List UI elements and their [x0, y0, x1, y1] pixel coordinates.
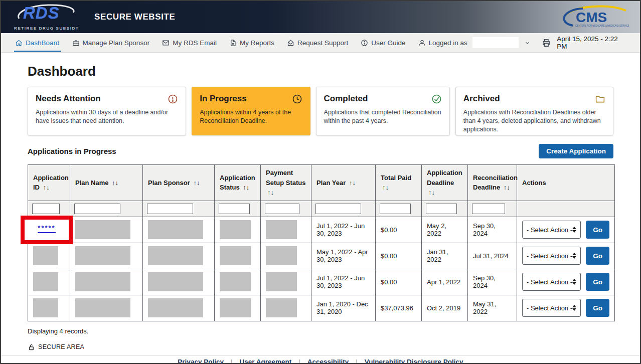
card-title: In Progress — [200, 94, 247, 104]
reconciliation-deadline-cell: May 31, 2022 — [468, 295, 517, 321]
nav-item-user-guide[interactable]: User Guide — [360, 33, 406, 52]
clock-icon — [292, 94, 302, 104]
go-button[interactable]: Go — [586, 221, 609, 239]
applications-table: Application ID ↑↓ Plan Name ↑↓ Plan Spon… — [28, 164, 615, 321]
filter-total-paid-input[interactable] — [380, 204, 411, 214]
footer-link-accessibility[interactable]: Accessibility — [307, 358, 349, 364]
col-header-total-paid[interactable]: Total Paid ↑↓ — [376, 165, 422, 201]
footer-separator: | — [356, 358, 358, 364]
go-button[interactable]: Go — [586, 273, 609, 291]
redacted-plan-sponsor — [148, 298, 203, 317]
nav-item-manage-plan-sponsor[interactable]: Manage Plan Sponsor — [71, 33, 151, 52]
table-filter-row — [28, 201, 615, 217]
plan-year-cell: Jan 1, 2020 - Dec 31, 2020 — [311, 295, 376, 321]
sort-icon[interactable]: ↑↓ — [349, 179, 356, 187]
card-in-progress[interactable]: In Progress Applications within 4 years … — [192, 87, 310, 135]
go-button[interactable]: Go — [586, 247, 609, 265]
user-icon — [418, 39, 426, 47]
main-navbar: DashBoard Manage Plan Sponsor My RDS Ema… — [1, 33, 640, 53]
application-deadline-cell: Jan 31, 2022 — [422, 243, 468, 269]
redacted-payment-setup-status — [266, 220, 297, 239]
nav-item-label: Manage Plan Sponsor — [83, 39, 150, 47]
envelope-icon — [162, 39, 170, 47]
table-row: May 1, 2022 - Apr 30, 2023 $0.00 Jan 31,… — [28, 243, 615, 269]
masthead: RDS RETIREE DRUG SUBSIDY SECURE WEBSITE … — [1, 1, 640, 33]
logged-in-as-select[interactable]: Logged in as — [417, 33, 531, 52]
total-paid-cell: $0.00 — [376, 269, 422, 295]
table-header-row: Application ID ↑↓ Plan Name ↑↓ Plan Spon… — [28, 165, 615, 201]
redacted-plan-name — [75, 298, 130, 317]
print-icon[interactable] — [542, 38, 551, 48]
col-header-application-status[interactable]: Application Status ↑↓ — [215, 165, 261, 201]
nav-item-my-reports[interactable]: My Reports — [228, 33, 275, 52]
nav-item-request-support[interactable]: Request Support — [286, 33, 349, 52]
report-file-icon — [229, 39, 237, 47]
sort-icon[interactable]: ↑↓ — [267, 189, 274, 196]
filter-reconciliation-deadline-input[interactable] — [472, 204, 505, 214]
home-icon — [15, 39, 23, 47]
logged-in-user-redacted — [472, 37, 519, 48]
total-paid-cell: $37,073.96 — [376, 295, 422, 321]
card-archived[interactable]: Archived Applications with Reconciliatio… — [455, 87, 613, 135]
footer-separator: | — [298, 358, 300, 364]
select-action-dropdown[interactable]: - Select Action - — [522, 221, 581, 239]
sort-icon[interactable]: ↑↓ — [43, 184, 50, 191]
nav-item-my-rds-email[interactable]: My RDS Email — [161, 33, 218, 52]
col-header-application-id[interactable]: Application ID ↑↓ — [28, 165, 70, 201]
application-id-link[interactable]: ***** — [38, 226, 55, 233]
filter-payment-setup-status-input[interactable] — [265, 204, 299, 214]
filter-plan-sponsor-input[interactable] — [147, 204, 193, 214]
col-header-plan-year[interactable]: Plan Year ↑↓ — [311, 165, 376, 201]
col-header-payment-setup-status[interactable]: Payment Setup Status ↑↓ — [261, 165, 311, 201]
current-datetime: April 15, 2025 - 2:22 PM — [557, 35, 627, 50]
footer-link-user-agreement[interactable]: User Agreement — [239, 358, 291, 364]
footer-links: Privacy Policy | User Agreement | Access… — [1, 355, 640, 364]
sort-icon[interactable]: ↑↓ — [193, 179, 200, 187]
check-circle-icon — [431, 94, 442, 104]
filter-plan-year-input[interactable] — [315, 204, 361, 214]
main-content: Dashboard Needs Attention Applications w… — [1, 53, 640, 355]
select-action-dropdown[interactable]: - Select Action - — [522, 247, 581, 265]
redacted-application-id — [33, 246, 58, 265]
cms-logo-subtext: CENTERS FOR MEDICARE & MEDICAID SERVICES — [575, 25, 629, 27]
footer-link-vulnerability-disclosure-policy[interactable]: Vulnerability Disclosure Policy — [365, 358, 463, 364]
nav-item-label: My RDS Email — [173, 39, 217, 47]
footer: Privacy Policy | User Agreement | Access… — [1, 355, 640, 364]
filter-application-status-input[interactable] — [219, 204, 250, 214]
redacted-plan-sponsor — [148, 272, 203, 291]
plan-year-cell: Jul 1, 2022 - Jun 30, 2023 — [311, 217, 376, 243]
col-header-application-deadline[interactable]: Application Deadline ↑↓ — [422, 165, 468, 201]
alert-circle-icon — [168, 94, 178, 104]
create-application-button[interactable]: Create Application — [539, 144, 613, 158]
select-action-dropdown[interactable]: - Select Action - — [522, 299, 581, 317]
sort-icon[interactable]: ↑↓ — [504, 184, 510, 191]
filter-application-deadline-input[interactable] — [426, 204, 457, 214]
col-header-plan-name[interactable]: Plan Name ↑↓ — [70, 165, 143, 201]
highlight-red-box: ***** — [21, 216, 73, 244]
nav-item-label: DashBoard — [26, 39, 60, 47]
redacted-plan-name — [75, 246, 130, 265]
sort-icon[interactable]: ↑↓ — [428, 189, 435, 196]
secure-area-badge: SECURE AREA — [28, 343, 613, 355]
card-completed[interactable]: Completed Applications that completed Re… — [316, 87, 450, 135]
lock-open-icon — [28, 343, 35, 351]
reconciliation-deadline-cell: Jul 31, 2024 — [468, 243, 517, 269]
select-updown-icon — [572, 227, 576, 233]
card-needs-attention[interactable]: Needs Attention Applications within 30 d… — [28, 87, 186, 135]
filter-plan-name-input[interactable] — [74, 204, 120, 214]
sort-icon[interactable]: ↑↓ — [382, 184, 389, 191]
select-action-dropdown[interactable]: - Select Action - — [522, 273, 581, 291]
col-header-reconciliation-deadline[interactable]: Reconciliation Deadline ↑↓ — [468, 165, 517, 201]
go-button[interactable]: Go — [586, 299, 609, 317]
filter-application-id-input[interactable] — [32, 204, 60, 214]
footer-link-privacy-policy[interactable]: Privacy Policy — [178, 358, 224, 364]
select-updown-icon — [572, 279, 576, 285]
sort-icon[interactable]: ↑↓ — [243, 184, 249, 191]
reconciliation-deadline-cell: Sep 30, 2024 — [468, 269, 517, 295]
nav-item-label: Request Support — [297, 39, 348, 47]
col-header-plan-sponsor[interactable]: Plan Sponsor ↑↓ — [143, 165, 215, 201]
sort-icon[interactable]: ↑↓ — [112, 179, 118, 187]
rds-logo-subtitle: RETIREE DRUG SUBSIDY — [14, 26, 79, 31]
nav-item-dashboard[interactable]: DashBoard — [14, 33, 61, 52]
card-description: Applications with Reconciliation Deadlin… — [463, 108, 605, 134]
